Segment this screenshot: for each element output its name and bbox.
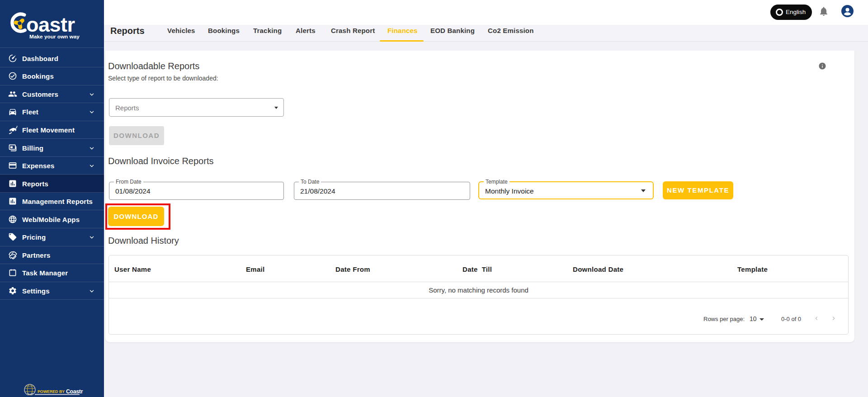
svg-text:POWERED BY: POWERED BY: [38, 389, 65, 394]
svg-text:Coastr: Coastr: [66, 388, 83, 395]
svg-text:oastr: oastr: [26, 13, 75, 36]
svg-text:Make your own way: Make your own way: [29, 33, 80, 40]
